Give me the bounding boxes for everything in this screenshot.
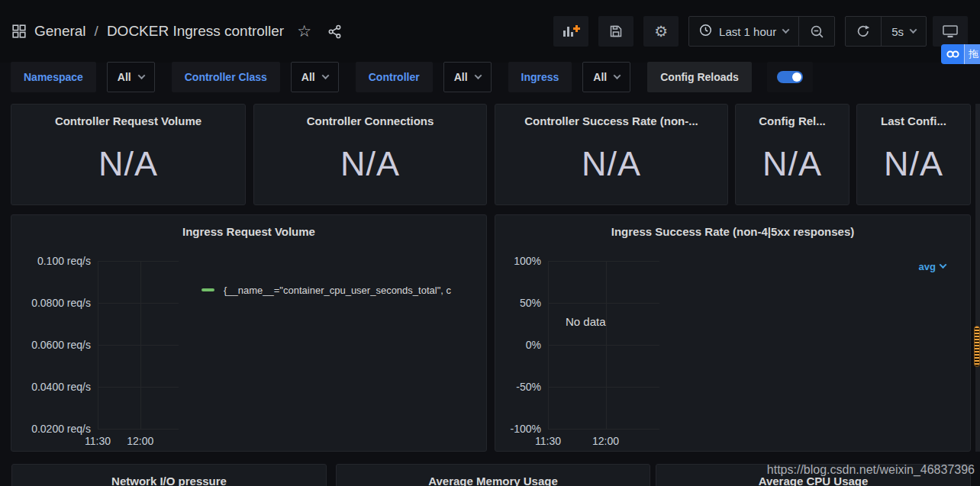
plot-area[interactable] <box>98 261 179 429</box>
gridline <box>140 261 141 429</box>
controller-dropdown[interactable]: All <box>443 62 492 92</box>
x-axis-labels: 11:3012:00 <box>98 435 179 450</box>
zoom-out-time-button[interactable] <box>799 17 834 46</box>
x-tick-label: 11:30 <box>85 435 111 447</box>
dashboard: General / DOCKER Ingress controller ☆ <box>0 0 980 486</box>
panel-title[interactable]: Ingress Success Rate (non-4|5xx response… <box>495 215 970 238</box>
plot-area[interactable] <box>548 261 659 429</box>
refresh-group: 5s <box>845 16 927 47</box>
gridline <box>98 345 179 346</box>
gridline <box>548 429 659 430</box>
avg-label: avg <box>919 261 936 272</box>
scrollbar-thumb-marker[interactable] <box>974 326 980 367</box>
dropdown-value: All <box>454 71 468 83</box>
variable-label: Namespace <box>11 62 96 92</box>
y-tick-label: -100% <box>511 422 541 436</box>
dropdown-value: All <box>301 71 315 83</box>
controller-class-dropdown[interactable]: All <box>291 62 339 92</box>
legend-series-swatch <box>201 288 214 291</box>
panel-ingress-success-rate: Ingress Success Rate (non-4|5xx response… <box>495 214 971 452</box>
panel-title[interactable]: Last Confi... <box>857 105 970 127</box>
time-range-picker[interactable]: Last 1 hour <box>689 17 798 46</box>
namespace-dropdown[interactable]: All <box>107 62 155 92</box>
dashboard-settings-button[interactable]: ⚙ <box>643 16 679 47</box>
panel-title[interactable]: Config Rel... <box>736 105 849 127</box>
panel-title[interactable]: Controller Success Rate (non-... <box>495 105 727 127</box>
no-data-text: No data <box>566 315 606 328</box>
breadcrumb-separator: / <box>95 23 98 40</box>
gridline <box>98 429 179 430</box>
variable-controller-class: Controller Class All <box>172 62 339 92</box>
gridline <box>606 261 607 429</box>
breadcrumb-folder[interactable]: General <box>34 23 86 40</box>
csdn-watermark: https://blog.csdn.net/weixin_46837396 <box>767 463 975 477</box>
chevron-down-icon <box>940 261 947 269</box>
y-tick-label: 0% <box>526 338 541 352</box>
panel-title[interactable]: Ingress Request Volume <box>11 215 486 238</box>
cycle-view-mode-button[interactable] <box>933 16 968 47</box>
y-axis-labels: 100%50%0%-50%-100% <box>495 261 548 429</box>
dropdown-value: All <box>118 71 131 83</box>
panel-last-config: Last Confi... N/A <box>856 104 971 205</box>
y-tick-label: 0.0600 req/s <box>31 338 91 352</box>
badge-text: 拖 <box>964 44 980 64</box>
save-dashboard-button[interactable] <box>598 16 633 47</box>
chevron-down-icon <box>321 72 329 79</box>
chevron-down-icon <box>137 72 145 79</box>
chevron-down-icon <box>782 26 790 34</box>
variables-row: Namespace All Controller Class All Contr… <box>11 62 813 92</box>
y-tick-label: 0.0200 req/s <box>31 422 91 436</box>
panel-title[interactable]: Controller Request Volume <box>11 105 245 127</box>
panel-title[interactable]: Network I/O pressure <box>12 465 326 486</box>
panel-title[interactable]: Controller Connections <box>254 105 486 127</box>
y-tick-label: 0.0400 req/s <box>31 380 91 394</box>
time-picker-group: Last 1 hour <box>688 16 835 47</box>
gridline <box>98 261 98 429</box>
panel-title[interactable]: Average Memory Usage <box>337 465 650 486</box>
add-panel-button[interactable] <box>553 16 588 47</box>
y-axis-labels: 0.100 req/s0.0800 req/s0.0600 req/s0.040… <box>11 261 98 429</box>
config-reloads-toggle[interactable] <box>777 71 803 83</box>
gridline <box>98 261 179 262</box>
x-tick-label: 12:00 <box>127 435 153 447</box>
panel-average-memory-usage: Average Memory Usage <box>336 464 650 486</box>
gridline <box>548 261 549 429</box>
clock-icon <box>699 24 712 40</box>
apps-grid-icon[interactable] <box>12 24 26 38</box>
gridline <box>548 387 659 388</box>
dropdown-value: All <box>593 71 607 83</box>
variable-namespace: Namespace All <box>11 62 155 92</box>
variable-label: Ingress <box>508 62 572 92</box>
ingress-dropdown[interactable]: All <box>582 62 630 92</box>
stat-value: N/A <box>11 144 245 184</box>
gridline <box>98 303 179 304</box>
netdisk-cloud-icon <box>941 44 964 64</box>
panel-config-reloads: Config Rel... N/A <box>735 104 849 205</box>
config-reloads-toggle-box <box>767 62 813 92</box>
star-icon[interactable]: ☆ <box>297 24 311 39</box>
legend-series-label[interactable]: {__name__="container_cpu_user_seconds_to… <box>224 285 451 296</box>
chevron-down-icon <box>474 72 482 79</box>
x-tick-label: 11:30 <box>535 435 561 447</box>
header-bar: General / DOCKER Ingress controller ☆ <box>0 0 980 63</box>
breadcrumb: General / DOCKER Ingress controller ☆ <box>12 23 342 40</box>
stat-value: N/A <box>857 144 970 184</box>
panel-controller-success-rate: Controller Success Rate (non-... N/A <box>495 104 728 205</box>
legend-avg-dropdown[interactable]: avg <box>919 261 946 272</box>
config-reloads-label: Config Reloads <box>647 62 752 92</box>
netdisk-extension-badge[interactable]: 拖 <box>941 44 980 64</box>
gridline <box>548 345 659 346</box>
dashboard-title[interactable]: DOCKER Ingress controller <box>107 23 284 40</box>
legend-item[interactable]: {__name__="container_cpu_user_seconds_to… <box>201 283 487 297</box>
panel-network-io-pressure: Network I/O pressure <box>11 464 327 486</box>
y-tick-label: 50% <box>520 296 541 310</box>
x-tick-label: 12:00 <box>592 435 619 447</box>
share-icon[interactable] <box>327 24 342 39</box>
refresh-interval-picker[interactable]: 5s <box>882 17 926 46</box>
chevron-down-icon <box>910 26 917 34</box>
refresh-button[interactable] <box>846 17 881 46</box>
y-tick-label: 0.100 req/s <box>37 254 91 268</box>
scrollbar-track[interactable] <box>975 104 980 452</box>
y-tick-label: 100% <box>514 254 541 268</box>
toggle-knob <box>792 72 801 82</box>
